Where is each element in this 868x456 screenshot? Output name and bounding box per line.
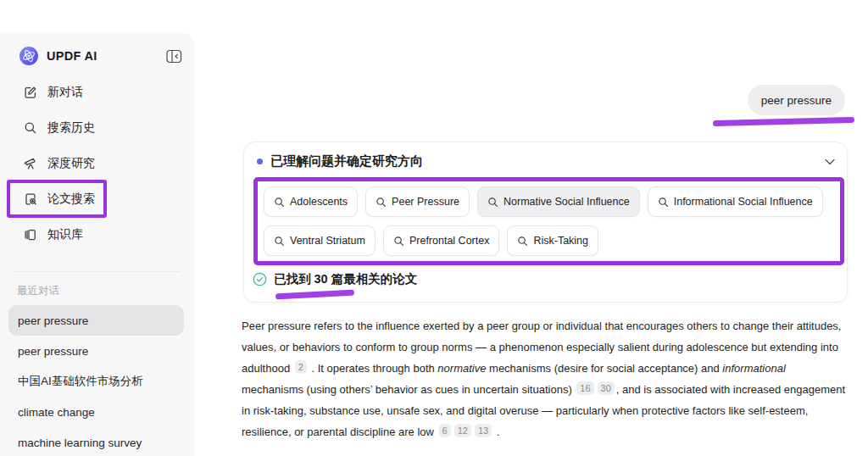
results-found-text: 已找到 30 篇最相关的论文 bbox=[274, 271, 417, 287]
sidebar-item-label: 搜索历史 bbox=[47, 120, 95, 136]
sidebar-item-search-history[interactable]: 搜索历史 bbox=[10, 110, 184, 146]
keyword-chip-label: Informational Social Influence bbox=[674, 196, 813, 208]
recent-chat-item[interactable]: peer pressure bbox=[8, 336, 184, 366]
magnifier-icon bbox=[658, 197, 669, 208]
sidebar: UPDF AI 新对话搜索历史深度研究论文搜索知识库 最近对话 peer pre… bbox=[0, 32, 194, 456]
updf-logo-icon bbox=[19, 46, 39, 66]
answer-text: . It operates through both bbox=[309, 362, 438, 375]
search-icon bbox=[24, 121, 37, 135]
recent-chat-item[interactable]: peer pressure bbox=[8, 305, 184, 336]
keyword-chip-label: Risk-Taking bbox=[533, 235, 588, 247]
telescope-icon bbox=[24, 157, 37, 170]
answer-paragraph: Peer pressure refers to the influence ex… bbox=[242, 315, 849, 442]
magnifier-icon bbox=[274, 197, 285, 208]
answer-text-italic: informational bbox=[722, 362, 785, 375]
collapse-sidebar-icon[interactable] bbox=[166, 49, 182, 64]
sidebar-item-label: 新对话 bbox=[47, 85, 83, 100]
keyword-row: AdolescentsPeer PressureNormative Social… bbox=[264, 186, 834, 217]
keyword-chip-label: Peer Pressure bbox=[392, 196, 459, 208]
app-title: UPDF AI bbox=[47, 49, 97, 63]
keyword-chip[interactable]: Informational Social Influence bbox=[648, 186, 823, 217]
recent-chat-item[interactable]: 中国AI基础软件市场分析 bbox=[8, 366, 184, 397]
answer-text: mechanisms (using others’ behavior as cu… bbox=[242, 383, 575, 396]
recent-chat-item[interactable]: climate change bbox=[8, 397, 184, 427]
magnifier-icon bbox=[393, 236, 404, 247]
keyword-row: Ventral StriatumPrefrontal CortexRisk-Ta… bbox=[264, 225, 834, 256]
recent-chat-item[interactable]: machine learning survey bbox=[8, 427, 184, 456]
citation-badge[interactable]: 6 bbox=[439, 424, 451, 437]
citation-badge[interactable]: 16 bbox=[576, 381, 593, 395]
citation-badge[interactable]: 2 bbox=[295, 360, 307, 374]
magnifier-icon bbox=[517, 236, 528, 247]
check-circle-icon bbox=[253, 272, 267, 286]
magnifier-icon bbox=[274, 236, 285, 247]
keyword-chip-label: Normative Social Influence bbox=[504, 196, 630, 208]
keyword-chip[interactable]: Risk-Taking bbox=[507, 225, 598, 256]
keyword-chip[interactable]: Prefrontal Cortex bbox=[383, 225, 499, 256]
compose-icon bbox=[24, 86, 37, 99]
sidebar-divider bbox=[14, 271, 181, 272]
keyword-chip[interactable]: Peer Pressure bbox=[365, 186, 470, 217]
citation-badge[interactable]: 13 bbox=[475, 424, 492, 437]
citation-badge[interactable]: 12 bbox=[454, 424, 471, 437]
annotation-underline-query bbox=[713, 117, 854, 126]
sidebar-nav: 新对话搜索历史深度研究论文搜索知识库 bbox=[10, 75, 184, 253]
citation-badge[interactable]: 30 bbox=[598, 381, 615, 395]
keyword-chip[interactable]: Adolescents bbox=[264, 186, 358, 217]
answer-text-italic: normative bbox=[437, 362, 486, 375]
results-found-row: 已找到 30 篇最相关的论文 bbox=[253, 271, 417, 287]
chevron-down-icon[interactable] bbox=[825, 158, 835, 165]
library-icon bbox=[24, 228, 37, 242]
keyword-chip-label: Prefrontal Cortex bbox=[409, 235, 489, 247]
annotation-box-keywords: AdolescentsPeer PressureNormative Social… bbox=[253, 177, 844, 265]
research-status-card: 已理解问题并确定研究方向 AdolescentsPeer PressureNor… bbox=[243, 142, 848, 303]
sidebar-item-new-chat[interactable]: 新对话 bbox=[10, 75, 184, 110]
sidebar-item-label: 深度研究 bbox=[47, 156, 95, 171]
keyword-chip[interactable]: Ventral Striatum bbox=[264, 225, 376, 256]
magnifier-icon bbox=[487, 197, 498, 208]
recent-chats-list: peer pressurepeer pressure中国AI基础软件市场分析cl… bbox=[8, 305, 184, 456]
keyword-chip-label: Adolescents bbox=[290, 196, 348, 208]
annotation-box-paper-search bbox=[7, 180, 107, 218]
sidebar-item-label: 知识库 bbox=[47, 227, 83, 242]
keyword-chip[interactable]: Normative Social Influence bbox=[477, 186, 640, 217]
sidebar-item-deep-research[interactable]: 深度研究 bbox=[10, 146, 184, 181]
sidebar-header: UPDF AI bbox=[19, 41, 182, 71]
magnifier-icon bbox=[376, 197, 387, 208]
status-card-title: 已理解问题并确定研究方向 bbox=[270, 153, 423, 170]
answer-text: . bbox=[493, 425, 499, 438]
answer-text: mechanisms (desire for social acceptance… bbox=[486, 362, 722, 375]
user-message-bubble: peer pressure bbox=[748, 85, 845, 115]
status-dot bbox=[257, 158, 263, 164]
sidebar-item-knowledge-base[interactable]: 知识库 bbox=[10, 217, 184, 253]
keyword-chip-label: Ventral Striatum bbox=[290, 235, 365, 247]
status-card-header[interactable]: 已理解问题并确定研究方向 bbox=[257, 153, 835, 170]
recent-chats-label: 最近对话 bbox=[17, 284, 59, 298]
